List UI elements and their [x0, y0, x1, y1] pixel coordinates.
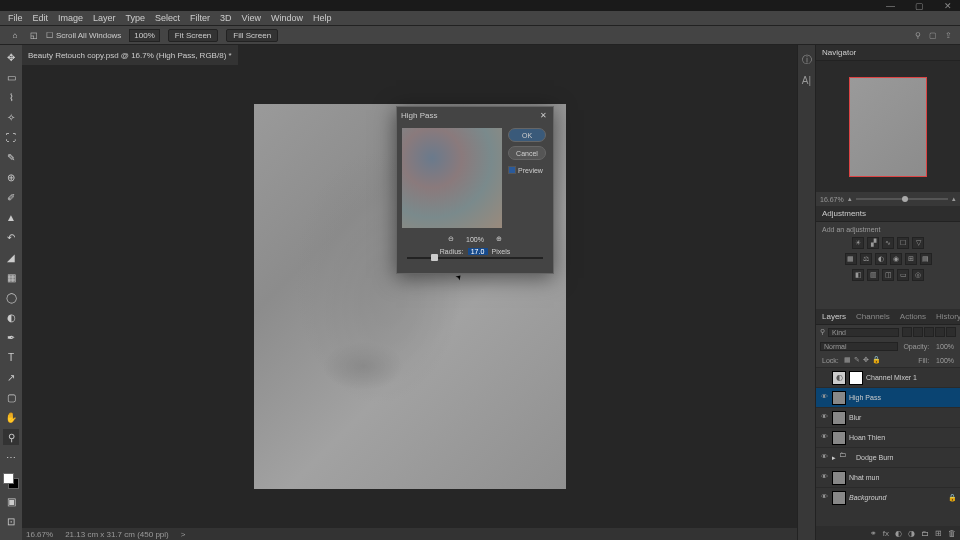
navigator-zoomin-icon[interactable]: ▴: [952, 195, 956, 203]
layer-thumbnail[interactable]: [832, 391, 846, 405]
marquee-tool[interactable]: ▭: [3, 69, 19, 85]
navigator-tab[interactable]: Navigator: [816, 45, 960, 61]
menu-help[interactable]: Help: [313, 13, 332, 23]
menu-filter[interactable]: Filter: [190, 13, 210, 23]
navigator-zoomout-icon[interactable]: ▴: [848, 195, 852, 203]
crop-tool[interactable]: ⛶: [3, 129, 19, 145]
new-layer-icon[interactable]: ⊞: [935, 529, 942, 538]
eyedropper-tool[interactable]: ✎: [3, 149, 19, 165]
gradient-tool[interactable]: ▦: [3, 269, 19, 285]
layer-kind-select[interactable]: Kind: [828, 328, 899, 337]
fill-screen-button[interactable]: Fill Screen: [226, 29, 278, 42]
layer-mask[interactable]: [849, 371, 863, 385]
maximize-button[interactable]: ▢: [909, 1, 930, 11]
document-tab[interactable]: Beauty Retouch copy.psd @ 16.7% (High Pa…: [22, 45, 238, 65]
folder-arrow-icon[interactable]: ▸: [832, 454, 836, 462]
visibility-icon[interactable]: [819, 373, 829, 383]
adj-vibrance[interactable]: ▽: [912, 237, 924, 249]
layer-kind-icon[interactable]: ⚲: [820, 328, 825, 336]
tab-layers[interactable]: Layers: [822, 312, 846, 321]
layer-thumbnail[interactable]: [832, 431, 846, 445]
zoom-tool[interactable]: ⚲: [3, 429, 19, 445]
adj-selective[interactable]: ◎: [912, 269, 924, 281]
search-icon[interactable]: ⚲: [915, 31, 921, 40]
edit-toolbar[interactable]: ⋯: [3, 449, 19, 465]
status-zoom[interactable]: 16.67%: [26, 530, 53, 539]
history-brush-tool[interactable]: ↶: [3, 229, 19, 245]
adj-colorlookup[interactable]: ▤: [920, 253, 932, 265]
visibility-icon[interactable]: 👁: [819, 393, 829, 403]
quick-mask-tool[interactable]: ▣: [3, 493, 19, 509]
zoom-value[interactable]: 100%: [129, 29, 159, 42]
healing-tool[interactable]: ⊕: [3, 169, 19, 185]
dialog-preview-image[interactable]: [402, 128, 502, 228]
adj-curves[interactable]: ∿: [882, 237, 894, 249]
visibility-icon[interactable]: 👁: [819, 493, 829, 503]
layer-name[interactable]: Hoan Thien: [849, 434, 885, 441]
navigator-preview[interactable]: [816, 61, 960, 192]
layer-name[interactable]: High Pass: [849, 394, 881, 401]
layer-item[interactable]: 👁 Blur: [816, 407, 960, 427]
add-mask-icon[interactable]: ◐: [895, 529, 902, 538]
tool-preset-icon[interactable]: ◱: [30, 31, 38, 40]
path-tool[interactable]: ↗: [3, 369, 19, 385]
tab-history[interactable]: History: [936, 312, 960, 321]
adj-hue[interactable]: ▦: [845, 253, 857, 265]
lasso-tool[interactable]: ⌇: [3, 89, 19, 105]
slider-thumb[interactable]: [431, 254, 438, 261]
adj-photofilter[interactable]: ◉: [890, 253, 902, 265]
color-swatches[interactable]: [3, 473, 19, 489]
layer-thumbnail[interactable]: [832, 411, 846, 425]
tab-actions[interactable]: Actions: [900, 312, 926, 321]
dialog-close-button[interactable]: ✕: [537, 109, 549, 121]
menu-file[interactable]: File: [8, 13, 23, 23]
hand-tool[interactable]: ✋: [3, 409, 19, 425]
adj-invert[interactable]: ◧: [852, 269, 864, 281]
menu-layer[interactable]: Layer: [93, 13, 116, 23]
minimize-button[interactable]: —: [880, 1, 901, 11]
menu-type[interactable]: Type: [126, 13, 146, 23]
adj-brightness[interactable]: ☀: [852, 237, 864, 249]
layer-name[interactable]: Background: [849, 494, 886, 501]
layer-item[interactable]: 👁 High Pass: [816, 387, 960, 407]
adj-colorbalance[interactable]: ⚖: [860, 253, 872, 265]
lock-position-icon[interactable]: ✥: [863, 356, 869, 364]
foreground-color[interactable]: [3, 473, 14, 484]
menu-select[interactable]: Select: [155, 13, 180, 23]
eraser-tool[interactable]: ◢: [3, 249, 19, 265]
cancel-button[interactable]: Cancel: [508, 146, 546, 160]
new-adj-icon[interactable]: ◑: [908, 529, 915, 538]
brush-tool[interactable]: ✐: [3, 189, 19, 205]
layer-fx-icon[interactable]: fx: [883, 529, 889, 538]
new-group-icon[interactable]: 🗀: [921, 529, 929, 538]
filter-type[interactable]: [924, 327, 934, 337]
adjustments-tab[interactable]: Adjustments: [816, 206, 960, 222]
screen-mode[interactable]: ⊡: [3, 513, 19, 529]
zoom-out-icon[interactable]: ⊖: [448, 235, 454, 243]
shape-tool[interactable]: ▢: [3, 389, 19, 405]
visibility-icon[interactable]: 👁: [819, 453, 829, 463]
layer-name[interactable]: Channel Mixer 1: [866, 374, 917, 381]
pen-tool[interactable]: ✒: [3, 329, 19, 345]
preview-checkbox[interactable]: Preview: [508, 166, 546, 174]
layer-item[interactable]: ◐ Channel Mixer 1: [816, 367, 960, 387]
radius-slider[interactable]: [407, 257, 543, 267]
link-layers-icon[interactable]: ⚭: [870, 529, 877, 538]
layer-item[interactable]: 👁 ▸ 🗀 Dodge Burn: [816, 447, 960, 467]
menu-view[interactable]: View: [242, 13, 261, 23]
scroll-all-checkbox[interactable]: ☐ Scroll All Windows: [46, 31, 121, 40]
layer-name[interactable]: Blur: [849, 414, 861, 421]
adj-channelmixer[interactable]: ⊞: [905, 253, 917, 265]
navigator-slider[interactable]: [856, 198, 948, 200]
navigator-zoom[interactable]: 16.67%: [820, 196, 844, 203]
blur-tool[interactable]: ◯: [3, 289, 19, 305]
menu-window[interactable]: Window: [271, 13, 303, 23]
layer-item[interactable]: 👁 Hoan Thien: [816, 427, 960, 447]
filter-shape[interactable]: [935, 327, 945, 337]
preview-zoom-value[interactable]: 100%: [466, 236, 484, 243]
move-tool[interactable]: ✥: [3, 49, 19, 65]
radius-input[interactable]: 17.0: [468, 248, 488, 255]
filter-pixel[interactable]: [902, 327, 912, 337]
adj-posterize[interactable]: ▥: [867, 269, 879, 281]
status-arrow[interactable]: >: [181, 530, 186, 539]
